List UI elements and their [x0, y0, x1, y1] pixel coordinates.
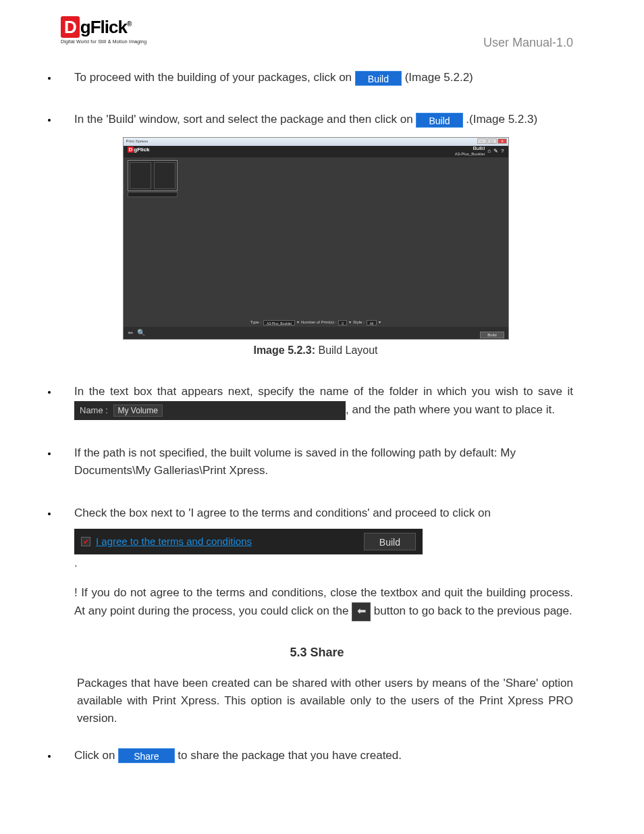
thumbnail-label: [128, 192, 178, 197]
bullet-1-post: (Image 5.2.2): [405, 71, 473, 84]
page-thumbnail[interactable]: [128, 160, 178, 191]
bullet-5: Check the box next to 'I agree to the te…: [58, 504, 573, 621]
logo-tagline: Digital World for Still & Motion Imaging: [61, 39, 146, 44]
app-header-right: Build A3-Plus_Booklet ⌂ ✎ ?: [455, 146, 504, 157]
thumb-left: [130, 162, 151, 189]
home-icon[interactable]: ⌂: [487, 147, 491, 155]
chevron-down-icon[interactable]: ▾: [379, 319, 381, 325]
bullet-1-pre: To proceed with the building of your pac…: [74, 71, 355, 84]
bullet-5-period: .: [74, 556, 78, 569]
filter-num-label: Number of Print(s) :: [301, 319, 336, 325]
app-footer: ⬅ 🔍 Build: [124, 327, 508, 339]
window-titlebar: Print Xpress – ▢ ✕: [124, 138, 508, 146]
window-buttons: – ▢ ✕: [477, 138, 507, 144]
thumbnail-area: [128, 160, 178, 197]
filter-type-select[interactable]: A3-Plus_Booklet: [263, 320, 295, 325]
filter-num-select[interactable]: 0: [338, 320, 347, 325]
name-textbox[interactable]: Name : My Volume: [74, 401, 346, 420]
bullet-4: If the path is not specified, the built …: [58, 444, 573, 480]
bullet-5-pre: Check the box next to 'I agree to the te…: [74, 506, 491, 519]
bullet-2-post: .(Image 5.2.3): [466, 113, 537, 126]
back-arrow-icon[interactable]: ⬅: [128, 328, 133, 338]
thumb-right: [154, 162, 176, 189]
maximize-icon[interactable]: ▢: [487, 138, 497, 144]
page-header: DgFlick® Digital World for Still & Motio…: [61, 17, 573, 50]
filter-style-select[interactable]: All: [367, 320, 377, 325]
build-button-2[interactable]: Build: [416, 113, 462, 128]
build-button[interactable]: Build: [355, 71, 402, 86]
screenshot-build-layout: Print Xpress – ▢ ✕ DgFlick Print Xpress …: [123, 137, 509, 340]
tool-icon[interactable]: ✎: [493, 147, 498, 155]
app-body: [124, 157, 508, 327]
chevron-down-icon[interactable]: ▾: [349, 319, 351, 325]
logo-tm: ®: [127, 20, 131, 28]
help-icon[interactable]: ?: [501, 147, 504, 155]
name-label: Name :: [80, 405, 108, 415]
section-heading: 5.3 Share: [61, 646, 573, 660]
filter-bar: Type : A3-Plus_Booklet ▾ Number of Print…: [124, 319, 508, 327]
screenshot-caption: Image 5.2.3: Build Layout: [58, 342, 573, 359]
chevron-down-icon[interactable]: ▾: [297, 319, 299, 325]
footer-build-button[interactable]: Build: [480, 332, 504, 338]
header-mode-label: Build: [455, 146, 485, 151]
logo: DgFlick®: [61, 17, 146, 38]
logo-text: gFlick: [80, 17, 127, 37]
name-value[interactable]: My Volume: [113, 405, 163, 417]
zoom-icon[interactable]: 🔍: [137, 328, 145, 338]
header-mode-sub: A3-Plus_Booklet: [455, 151, 485, 157]
terms-link[interactable]: I agree to the terms and conditions: [96, 533, 252, 549]
bullet-3-post: , and the path where you want to place i…: [346, 403, 555, 416]
app-logo: DgFlick: [128, 147, 150, 153]
section-paragraph: Packages that have been created can be s…: [77, 675, 573, 728]
bullet-1: To proceed with the building of your pac…: [58, 69, 573, 86]
bullet-3-pre: In the text box that appears next, speci…: [74, 385, 573, 398]
manual-title: User Manual-1.0: [483, 36, 573, 50]
bullet-2: In the 'Build' window, sort and select t…: [58, 111, 573, 359]
caption-label: Image 5.2.3:: [253, 344, 315, 356]
terms-build-button[interactable]: Build: [364, 533, 416, 550]
bullet-3: In the text box that appears next, speci…: [58, 383, 573, 419]
close-icon[interactable]: ✕: [498, 138, 507, 144]
app-header-bar: DgFlick Print Xpress PRO Build A3-Plus_B…: [124, 146, 508, 157]
filter-type-label: Type :: [250, 319, 261, 325]
logo-block: DgFlick® Digital World for Still & Motio…: [61, 17, 146, 44]
window-title: Print Xpress: [126, 138, 149, 145]
terms-checkbox[interactable]: ✔: [81, 537, 90, 546]
terms-bar: ✔ I agree to the terms and conditions Bu…: [74, 529, 423, 554]
share-button[interactable]: Share: [118, 748, 174, 763]
bullet-6-post: to share the package that you have creat…: [178, 749, 402, 762]
minimize-icon[interactable]: –: [477, 138, 487, 144]
caption-text: Build Layout: [315, 344, 378, 356]
bullet-6-pre: Click on: [74, 749, 118, 762]
logo-d-icon: D: [61, 16, 80, 38]
note-line-post: button to go back to the previous page.: [374, 604, 572, 617]
bullet-2-pre: In the 'Build' window, sort and select t…: [74, 113, 413, 126]
back-icon[interactable]: ⬅: [352, 602, 371, 621]
bullet-6: Click on Share to share the package that…: [58, 747, 573, 764]
filter-style-label: Style :: [353, 319, 365, 325]
